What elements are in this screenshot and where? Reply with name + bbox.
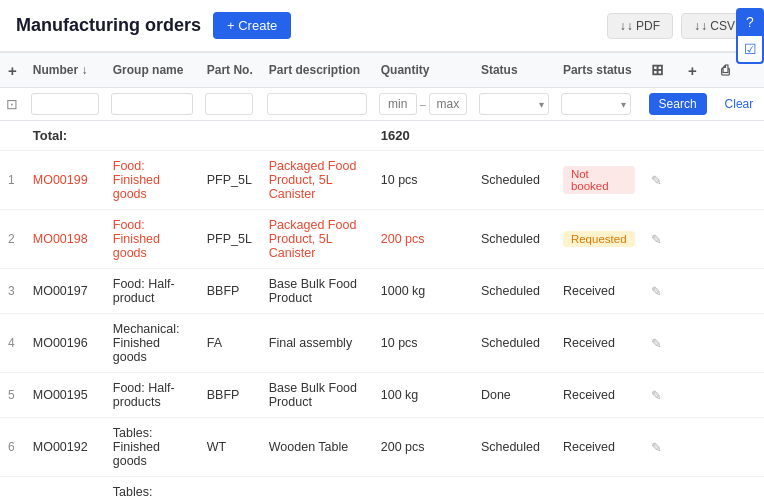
edit-icon[interactable]: ✎	[651, 173, 662, 188]
cell-print	[713, 314, 764, 373]
cell-group: Food: Finished goods	[105, 151, 199, 210]
create-button[interactable]: + Create	[213, 12, 291, 39]
cell-order: MO00197	[25, 269, 105, 314]
cell-print	[713, 151, 764, 210]
checklist-icon[interactable]: ☑	[736, 36, 764, 64]
filter-cell-num: ⊡	[0, 88, 25, 121]
plus-col-icon[interactable]: +	[688, 62, 697, 79]
filter-qty-max-input[interactable]	[429, 93, 467, 115]
filter-number-input[interactable]	[31, 93, 99, 115]
col-header-plus[interactable]: +	[680, 53, 713, 88]
cell-group: Food: Finished goods	[105, 210, 199, 269]
cell-edit: ✎	[643, 269, 680, 314]
pdf-button[interactable]: ↓ ↓ PDF	[607, 13, 673, 39]
col-header-status: Status	[473, 53, 555, 88]
manufacturing-orders-table: + Number ↓ Group name Part No. Part desc…	[0, 52, 764, 501]
cell-print	[713, 477, 764, 502]
col-header-number: Number ↓	[25, 53, 105, 88]
top-bar-right: ↓ ↓ PDF ↓ ↓ CSV	[607, 13, 748, 39]
filter-cell-group	[105, 88, 199, 121]
total-empty-3	[199, 121, 261, 151]
col-header-part-no: Part No.	[199, 53, 261, 88]
cell-parts-status: Received	[555, 269, 643, 314]
group-text: Food: Finished goods	[113, 218, 160, 260]
cell-qty: 10 pcs	[373, 314, 473, 373]
cell-qty: 10 pcs	[373, 151, 473, 210]
total-empty-7	[643, 121, 680, 151]
filter-row: ⊡	[0, 88, 764, 121]
total-empty-1	[0, 121, 25, 151]
cell-desc: Base Bulk Food Product	[261, 269, 373, 314]
table-row: 1MO00199Food: Finished goodsPFP_5LPackag…	[0, 151, 764, 210]
filter-cell-status: Scheduled Done	[473, 88, 555, 121]
cell-order: MO00191	[25, 477, 105, 502]
print-icon[interactable]: ⎙	[721, 62, 729, 78]
filter-row-icon: ⊡	[6, 96, 18, 112]
cell-qty: 200 pcs	[373, 210, 473, 269]
col-header-grid[interactable]: ⊞	[643, 53, 680, 88]
filter-desc-input[interactable]	[267, 93, 367, 115]
cell-part-no: WT	[199, 477, 261, 502]
edit-icon[interactable]: ✎	[651, 284, 662, 299]
cell-status: Scheduled	[473, 269, 555, 314]
group-text: Food: Finished goods	[113, 159, 160, 201]
pdf-icon: ↓	[620, 19, 626, 33]
top-bar: Manufacturing orders + Create ↓ ↓ PDF ↓ …	[0, 0, 764, 52]
cell-edit: ✎	[643, 373, 680, 418]
cell-part-no: BBFP	[199, 373, 261, 418]
cell-qty: 200 pcs	[373, 418, 473, 477]
total-empty-8	[680, 121, 713, 151]
cell-parts-status: Received	[555, 314, 643, 373]
col-header-qty: Quantity	[373, 53, 473, 88]
cell-print	[713, 269, 764, 314]
cell-status: Scheduled	[473, 314, 555, 373]
edit-icon[interactable]: ✎	[651, 336, 662, 351]
cell-qty: 100 pcs	[373, 477, 473, 502]
cell-edit: ✎	[643, 210, 680, 269]
desc-text: Packaged Food Product, 5L Canister	[269, 159, 357, 201]
help-icon[interactable]: ?	[736, 8, 764, 36]
table-body: 1MO00199Food: Finished goodsPFP_5LPackag…	[0, 151, 764, 502]
order-link[interactable]: MO00198	[33, 232, 88, 246]
filter-cell-part-no	[199, 88, 261, 121]
cell-group: Tables: Finished goods	[105, 418, 199, 477]
edit-icon[interactable]: ✎	[651, 440, 662, 455]
cell-order: MO00195	[25, 373, 105, 418]
filter-qty-min-input[interactable]	[379, 93, 417, 115]
cell-edit: ✎	[643, 418, 680, 477]
cell-parts-status: Requested	[555, 210, 643, 269]
cell-plus	[680, 373, 713, 418]
col-header-parts-status: Parts status	[555, 53, 643, 88]
filter-group-input[interactable]	[111, 93, 193, 115]
table-row: 6MO00192Tables: Finished goodsWTWooden T…	[0, 418, 764, 477]
edit-icon[interactable]: ✎	[651, 388, 662, 403]
filter-status-select[interactable]: Scheduled Done	[479, 93, 549, 115]
table-header-row: + Number ↓ Group name Part No. Part desc…	[0, 53, 764, 88]
filter-part-no-input[interactable]	[205, 93, 253, 115]
cell-order: MO00196	[25, 314, 105, 373]
add-row-icon[interactable]: +	[8, 62, 17, 79]
cell-num: 2	[0, 210, 25, 269]
cell-print	[713, 373, 764, 418]
cell-plus	[680, 477, 713, 502]
order-link[interactable]: MO00199	[33, 173, 88, 187]
clear-button[interactable]: Clear	[719, 93, 760, 115]
cell-num: 1	[0, 151, 25, 210]
table-row: 5MO00195Food: Half-productsBBFPBase Bulk…	[0, 373, 764, 418]
total-empty-5	[473, 121, 555, 151]
search-button[interactable]: Search	[649, 93, 707, 115]
cell-status: Done	[473, 477, 555, 502]
filter-parts-status-select[interactable]: Received Not booked Requested	[561, 93, 631, 115]
total-empty-4	[261, 121, 373, 151]
col-header-add[interactable]: +	[0, 53, 25, 88]
cell-num: 3	[0, 269, 25, 314]
cell-edit: ✎	[643, 151, 680, 210]
cell-status: Scheduled	[473, 151, 555, 210]
grid-icon[interactable]: ⊞	[651, 61, 664, 78]
filter-cell-desc	[261, 88, 373, 121]
cell-order[interactable]: MO00198	[25, 210, 105, 269]
edit-icon[interactable]: ✎	[651, 232, 662, 247]
total-count-cell: 1620	[373, 121, 473, 151]
cell-order[interactable]: MO00199	[25, 151, 105, 210]
cell-qty: 1000 kg	[373, 269, 473, 314]
